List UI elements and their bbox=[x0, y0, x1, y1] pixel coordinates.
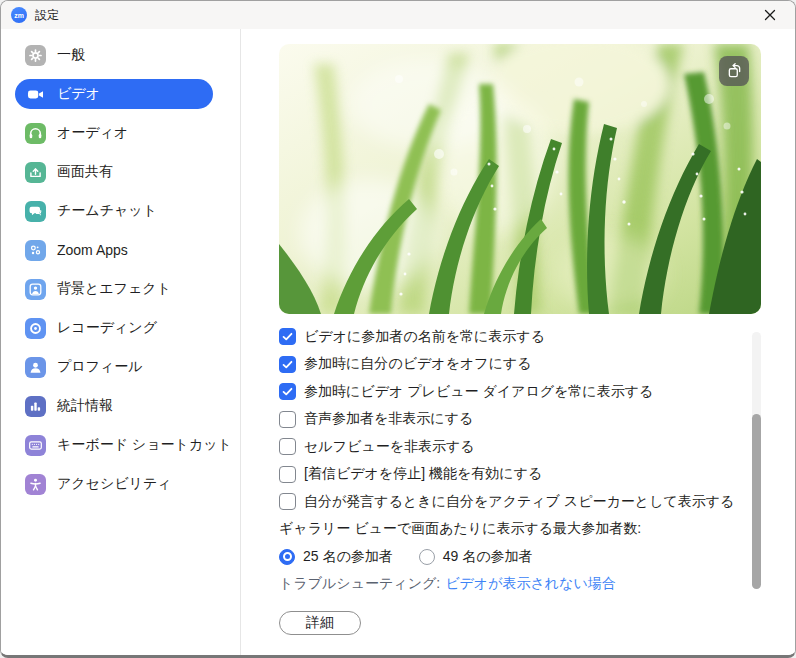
video-options-list: ビデオに参加者の名前を常に表示する 参加時に自分のビデオをオフにする 参加時にビ… bbox=[279, 323, 795, 635]
sidebar-item-accessibility[interactable]: アクセシビリティ bbox=[15, 469, 213, 499]
sidebar-item-label: Zoom Apps bbox=[57, 242, 128, 258]
sidebar-item-label: キーボード ショートカット bbox=[57, 436, 232, 454]
accessibility-icon bbox=[25, 474, 46, 495]
record-icon bbox=[25, 318, 46, 339]
chat-icon bbox=[25, 201, 46, 222]
radio-label: 49 名の参加者 bbox=[443, 548, 533, 566]
title-bar: zm 設定 bbox=[1, 1, 795, 29]
checkbox-hide-audio-participants[interactable] bbox=[279, 411, 296, 428]
settings-sidebar: 一般 ビデオ オーディオ 画面共有 bbox=[1, 29, 241, 655]
rotate-icon bbox=[725, 62, 744, 81]
headset-icon bbox=[25, 123, 46, 144]
stats-icon bbox=[25, 396, 46, 417]
checkbox-active-speaker-self[interactable] bbox=[279, 493, 296, 510]
sidebar-item-label: チームチャット bbox=[57, 202, 157, 220]
sidebar-item-label: 画面共有 bbox=[57, 163, 113, 181]
sidebar-item-video[interactable]: ビデオ bbox=[15, 79, 213, 109]
check-icon bbox=[282, 360, 293, 369]
settings-window: zm 設定 一般 ビデオ bbox=[0, 0, 796, 658]
sidebar-item-label: 背景とエフェクト bbox=[57, 280, 171, 298]
checkbox-label: 参加時に自分のビデオをオフにする bbox=[304, 355, 532, 373]
gallery-max-participants-label-row: ギャラリー ビューで画面あたりに表示する最大参加者数: bbox=[279, 516, 795, 544]
apps-icon bbox=[25, 240, 46, 261]
rotate-preview-button[interactable] bbox=[719, 56, 749, 86]
zoom-app-icon: zm bbox=[11, 7, 27, 23]
checkbox-preview-dialog[interactable] bbox=[279, 383, 296, 400]
gear-icon bbox=[25, 45, 46, 66]
video-not-showing-link[interactable]: ビデオが表示されない場合 bbox=[445, 575, 616, 593]
sidebar-item-general[interactable]: 一般 bbox=[15, 40, 213, 70]
sidebar-item-label: レコーディング bbox=[57, 319, 157, 337]
sidebar-item-background-effects[interactable]: 背景とエフェクト bbox=[15, 274, 213, 304]
option-row-hide-audio-participants: 音声参加者を非表示にする bbox=[279, 406, 795, 434]
option-row-video-off-on-join: 参加時に自分のビデオをオフにする bbox=[279, 351, 795, 379]
checkbox-show-names[interactable] bbox=[279, 328, 296, 345]
close-icon bbox=[764, 9, 776, 21]
camera-preview bbox=[279, 44, 761, 314]
keyboard-icon bbox=[25, 435, 46, 456]
sidebar-item-label: 統計情報 bbox=[57, 397, 113, 415]
sidebar-item-label: 一般 bbox=[57, 46, 85, 64]
zoom-app-icon-label: zm bbox=[14, 12, 24, 19]
profile-icon bbox=[25, 357, 46, 378]
sidebar-item-label: プロフィール bbox=[57, 358, 143, 376]
checkbox-label: [着信ビデオを停止] 機能を有効にする bbox=[304, 465, 542, 483]
check-icon bbox=[282, 387, 293, 396]
radio-group-25: 25 名の参加者 bbox=[279, 548, 393, 566]
radio-label: 25 名の参加者 bbox=[303, 548, 393, 566]
scrollbar-track[interactable] bbox=[752, 332, 761, 589]
checkbox-label: セルフビューを非表示する bbox=[304, 438, 475, 456]
checkbox-label: 参加時にビデオ プレビュー ダイアログを常に表示する bbox=[304, 383, 653, 401]
checkbox-label: ビデオに参加者の名前を常に表示する bbox=[304, 328, 545, 346]
troubleshooting-label: トラブルシューティング: bbox=[279, 575, 440, 593]
sidebar-item-keyboard-shortcuts[interactable]: キーボード ショートカット bbox=[15, 430, 213, 460]
grass-preview-image bbox=[279, 44, 761, 314]
sidebar-item-screen-share[interactable]: 画面共有 bbox=[15, 157, 213, 187]
checkbox-stop-incoming-video[interactable] bbox=[279, 466, 296, 483]
sidebar-item-team-chat[interactable]: チームチャット bbox=[15, 196, 213, 226]
sidebar-item-label: アクセシビリティ bbox=[57, 475, 172, 493]
gallery-participants-radio-row: 25 名の参加者 49 名の参加者 bbox=[279, 543, 795, 571]
background-icon bbox=[25, 279, 46, 300]
screen-share-icon bbox=[25, 162, 46, 183]
checkbox-hide-self-view[interactable] bbox=[279, 438, 296, 455]
gallery-max-participants-label: ギャラリー ビューで画面あたりに表示する最大参加者数: bbox=[279, 520, 641, 538]
option-row-hide-self-view: セルフビューを非表示する bbox=[279, 433, 795, 461]
radio-25-participants[interactable] bbox=[279, 549, 295, 565]
sidebar-item-statistics[interactable]: 統計情報 bbox=[15, 391, 213, 421]
checkbox-label: 自分が発言するときに自分をアクティブ スピーカーとして表示する bbox=[304, 493, 734, 511]
option-row-active-speaker-self: 自分が発言するときに自分をアクティブ スピーカーとして表示する bbox=[279, 488, 795, 516]
checkbox-video-off-on-join[interactable] bbox=[279, 356, 296, 373]
video-camera-icon bbox=[25, 84, 46, 105]
window-title: 設定 bbox=[35, 7, 59, 24]
sidebar-item-zoom-apps[interactable]: Zoom Apps bbox=[15, 235, 213, 265]
scrollbar-thumb[interactable] bbox=[752, 414, 761, 589]
advanced-button[interactable]: 詳細 bbox=[279, 611, 361, 635]
option-row-show-names: ビデオに参加者の名前を常に表示する bbox=[279, 323, 795, 351]
troubleshooting-row: トラブルシューティング: ビデオが表示されない場合 bbox=[279, 571, 795, 599]
checkbox-label: 音声参加者を非表示にする bbox=[304, 410, 473, 428]
close-button[interactable] bbox=[753, 1, 787, 29]
option-row-stop-incoming-video: [着信ビデオを停止] 機能を有効にする bbox=[279, 461, 795, 489]
radio-group-49: 49 名の参加者 bbox=[419, 548, 533, 566]
sidebar-item-audio[interactable]: オーディオ bbox=[15, 118, 213, 148]
radio-49-participants[interactable] bbox=[419, 549, 435, 565]
sidebar-item-label: オーディオ bbox=[57, 124, 128, 142]
sidebar-item-profile[interactable]: プロフィール bbox=[15, 352, 213, 382]
sidebar-item-label: ビデオ bbox=[57, 85, 100, 103]
option-row-preview-dialog: 参加時にビデオ プレビュー ダイアログを常に表示する bbox=[279, 378, 795, 406]
sidebar-item-recording[interactable]: レコーディング bbox=[15, 313, 213, 343]
video-settings-panel: ビデオに参加者の名前を常に表示する 参加時に自分のビデオをオフにする 参加時にビ… bbox=[241, 29, 795, 655]
check-icon bbox=[282, 332, 293, 341]
